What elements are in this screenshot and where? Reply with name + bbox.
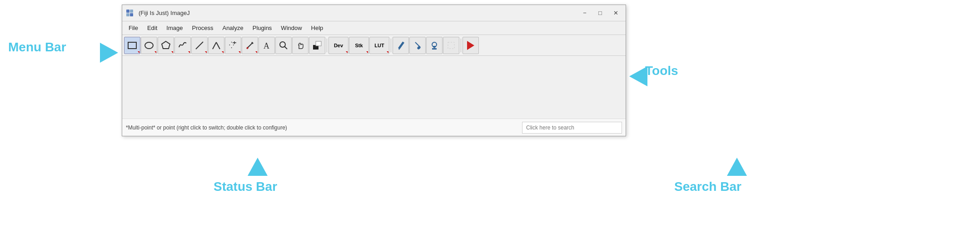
svg-line-8 — [213, 42, 216, 49]
close-button[interactable]: ✕ — [609, 8, 622, 18]
line-tool[interactable] — [191, 37, 208, 54]
svg-rect-3 — [130, 13, 133, 16]
red-arrow-icon — [467, 41, 474, 50]
svg-rect-4 — [128, 42, 136, 49]
svg-line-7 — [196, 42, 203, 49]
dev-button[interactable]: Dev — [328, 37, 348, 54]
svg-rect-0 — [126, 10, 129, 13]
menu-help[interactable]: Help — [308, 24, 327, 32]
menu-edit[interactable]: Edit — [144, 24, 161, 32]
freehand-tool[interactable] — [174, 37, 191, 54]
svg-rect-21 — [316, 41, 321, 46]
svg-marker-6 — [162, 41, 170, 49]
menu-window[interactable]: Window — [277, 24, 305, 32]
toolbar: ⁛ ✶ A — [122, 35, 626, 56]
svg-line-9 — [216, 42, 220, 49]
svg-text:A: A — [264, 41, 269, 50]
search-bar-arrow — [727, 158, 747, 176]
status-bar-annotation-label: Status Bar — [214, 179, 277, 194]
menu-bar-annotation-label: Menu Bar — [8, 40, 66, 55]
svg-rect-1 — [130, 10, 133, 13]
title-controls: − □ ✕ — [578, 8, 622, 18]
lut-button[interactable]: LUT — [369, 37, 389, 54]
svg-text:✶: ✶ — [246, 46, 249, 50]
minimize-button[interactable]: − — [578, 8, 591, 18]
angle-tool[interactable] — [208, 37, 224, 54]
status-bar-arrow — [248, 158, 268, 176]
brush-tool[interactable] — [409, 37, 426, 54]
menu-bar-arrow — [100, 43, 118, 63]
tools-arrow — [629, 66, 647, 86]
extra-tool-1[interactable] — [443, 37, 459, 54]
menu-bar: File Edit Image Process Analyze Plugins … — [122, 21, 626, 35]
svg-line-18 — [284, 46, 287, 49]
search-input[interactable] — [522, 122, 622, 134]
rectangle-tool[interactable] — [124, 37, 140, 54]
status-bar: *Multi-point* or point (right click to s… — [122, 119, 626, 136]
text-tool[interactable]: A — [259, 37, 275, 54]
window-title: (Fiji Is Just) ImageJ — [139, 10, 190, 16]
maximize-button[interactable]: □ — [594, 8, 607, 18]
menu-plugins[interactable]: Plugins — [249, 24, 276, 32]
svg-point-5 — [145, 42, 153, 49]
toolbar-separator-2 — [391, 39, 391, 52]
menu-image[interactable]: Image — [163, 24, 186, 32]
polygon-tool[interactable] — [158, 37, 174, 54]
menu-analyze[interactable]: Analyze — [219, 24, 247, 32]
imagej-window: (Fiji Is Just) ImageJ − □ ✕ File Edit Im… — [122, 5, 626, 136]
svg-rect-29 — [448, 42, 454, 49]
search-bar-annotation-label: Search Bar — [674, 179, 741, 194]
stk-button[interactable]: Stk — [349, 37, 369, 54]
color-tool[interactable] — [309, 37, 325, 54]
svg-rect-28 — [432, 48, 437, 50]
tools-annotation-label: Tools — [645, 64, 678, 78]
wand-tool[interactable]: ✶ — [242, 37, 258, 54]
rubber-stamp-tool[interactable] — [426, 37, 443, 54]
toolbar-separator-1 — [327, 39, 327, 52]
menu-file[interactable]: File — [125, 24, 142, 32]
magnifier-tool[interactable] — [275, 37, 292, 54]
title-bar: (Fiji Is Just) ImageJ − □ ✕ — [122, 5, 626, 21]
title-bar-left: (Fiji Is Just) ImageJ — [126, 9, 190, 18]
status-text: *Multi-point* or point (right click to s… — [126, 124, 522, 131]
toolbar-separator-3 — [461, 39, 461, 52]
oval-tool[interactable] — [141, 37, 157, 54]
menu-process[interactable]: Process — [189, 24, 217, 32]
svg-rect-2 — [126, 13, 129, 16]
forward-arrow-button[interactable] — [463, 37, 479, 54]
hand-tool[interactable] — [292, 37, 308, 54]
pencil-tool[interactable] — [393, 37, 409, 54]
multipoint-tool[interactable]: ⁛ — [225, 37, 241, 54]
fiji-icon — [126, 9, 135, 18]
svg-marker-23 — [398, 42, 404, 49]
